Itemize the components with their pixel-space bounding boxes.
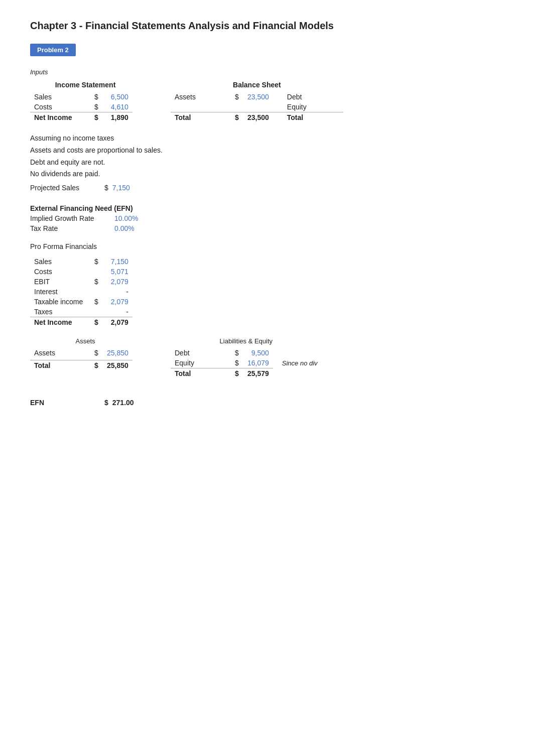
income-statement-header: Income Statement <box>30 81 141 89</box>
pf-debt-value: 9,500 <box>243 348 273 358</box>
table-row: Taxes - <box>30 307 132 317</box>
pf-assets-section: Assets Assets $ 25,850 Total $ 25,850 <box>30 337 141 379</box>
balance-total-value: 23,500 <box>243 112 273 123</box>
pf-liab-total-value: 25,579 <box>243 368 273 379</box>
pf-taxes-label: Taxes <box>30 307 90 317</box>
tax-rate-row: Tax Rate 0.00% <box>30 224 503 232</box>
table-row: Costs $ 4,610 <box>30 102 132 112</box>
net-income-value: 1,890 <box>102 112 132 123</box>
balance-sheet: Balance Sheet Assets $ 23,500 Debt Equit… <box>171 81 343 122</box>
net-income-row: Net Income $ 1,890 <box>30 112 132 123</box>
tax-rate-value: 0.00% <box>114 224 135 232</box>
pf-net-income-row: Net Income $ 2,079 <box>30 317 132 327</box>
efn-final-row: EFN $ 271.00 <box>30 399 503 407</box>
efn-final-dollar: $ <box>104 399 108 407</box>
balance-total-dollar: $ <box>231 112 243 123</box>
pf-liab-total-row: Total $ 25,579 <box>171 368 322 379</box>
pf-assets-total-row: Total $ 25,850 <box>30 360 132 370</box>
efn-section: External Financing Need (EFN) Implied Gr… <box>30 204 503 232</box>
sales-label: Sales <box>30 92 90 102</box>
pf-assets-total-dollar: $ <box>90 360 102 370</box>
assumption-3: Debt and equity are not. <box>30 157 503 169</box>
pf-assets-header: Assets <box>30 337 141 345</box>
projected-sales-value: 7,150 <box>112 182 130 194</box>
net-income-dollar: $ <box>90 112 102 123</box>
pf-net-income-dollar: $ <box>90 317 102 327</box>
assets-dollar: $ <box>231 92 243 102</box>
assumption-4: No dividends are paid. <box>30 168 503 180</box>
table-row: Sales $ 7,150 <box>30 257 132 267</box>
income-statement: Income Statement Sales $ 6,500 Costs $ 4… <box>30 81 141 122</box>
balance-total-row: Total $ 23,500 Total <box>171 112 343 123</box>
pf-net-income-label: Net Income <box>30 317 90 327</box>
assumption-1: Assuming no income taxes <box>30 133 503 145</box>
pf-sales-value: 7,150 <box>102 257 132 267</box>
pf-costs-label: Costs <box>30 267 90 277</box>
pf-interest-label: Interest <box>30 287 90 297</box>
pf-taxable-dollar: $ <box>90 297 102 307</box>
pf-taxable-label: Taxable income <box>30 297 90 307</box>
projected-sales-row: Projected Sales $ 7,150 <box>30 182 503 194</box>
assumptions-block: Assuming no income taxes Assets and cost… <box>30 133 503 194</box>
pf-assets-total-label: Total <box>30 360 90 370</box>
since-no-div-note: Since no div <box>282 359 318 367</box>
pf-equity-label: Equity <box>171 358 231 368</box>
pf-equity-value: 16,079 <box>243 358 273 368</box>
pf-costs-value: 5,071 <box>102 267 132 277</box>
table-row: Equity $ 16,079 Since no div <box>171 358 322 368</box>
pf-interest-value: - <box>102 287 132 297</box>
implied-growth-label: Implied Growth Rate <box>30 214 110 222</box>
equity-label: Equity <box>283 102 343 112</box>
pro-forma-balance: Assets Assets $ 25,850 Total $ 25,850 Li… <box>30 337 503 379</box>
pf-assets-label: Assets <box>30 348 90 358</box>
pf-sales-dollar: $ <box>90 257 102 267</box>
pf-debt-label: Debt <box>171 348 231 358</box>
pf-assets-total-value: 25,850 <box>102 360 132 370</box>
pf-debt-dollar: $ <box>231 348 243 358</box>
costs-value: 4,610 <box>102 102 132 112</box>
pf-sales-label: Sales <box>30 257 90 267</box>
assumption-2: Assets and costs are proportional to sal… <box>30 145 503 157</box>
inputs-label: Inputs <box>30 68 503 76</box>
pf-taxes-dollar <box>90 307 102 317</box>
costs-dollar: $ <box>90 102 102 112</box>
assets-label: Assets <box>171 92 231 102</box>
pf-ebit-dollar: $ <box>90 277 102 287</box>
table-row: EBIT $ 2,079 <box>30 277 132 287</box>
problem-badge: Problem 2 <box>30 44 76 56</box>
costs-label: Costs <box>30 102 90 112</box>
pro-forma-label: Pro Forma Financials <box>30 242 503 250</box>
debt-label: Debt <box>283 92 343 102</box>
table-row: Assets $ 25,850 <box>30 348 132 358</box>
table-row: Equity <box>171 102 343 112</box>
net-income-label: Net Income <box>30 112 90 123</box>
balance-total-right-label: Total <box>283 112 343 123</box>
table-row: Interest - <box>30 287 132 297</box>
pf-assets-dollar: $ <box>90 348 102 358</box>
sales-value: 6,500 <box>102 92 132 102</box>
table-row: Costs 5,071 <box>30 267 132 277</box>
pf-ebit-label: EBIT <box>30 277 90 287</box>
pf-liab-section: Liabilities & Equity Debt $ 9,500 Equity… <box>171 337 322 379</box>
efn-final-label: EFN <box>30 399 100 407</box>
pf-costs-dollar <box>90 267 102 277</box>
sales-dollar: $ <box>90 92 102 102</box>
pro-forma-income-table: Sales $ 7,150 Costs 5,071 EBIT $ 2,079 I… <box>30 257 132 327</box>
projected-sales-label: Projected Sales <box>30 182 100 194</box>
pf-taxable-value: 2,079 <box>102 297 132 307</box>
efn-title: External Financing Need (EFN) <box>30 204 503 212</box>
page-title: Chapter 3 - Financial Statements Analysi… <box>30 20 503 32</box>
pf-net-income-value: 2,079 <box>102 317 132 327</box>
table-row: Debt $ 9,500 <box>171 348 322 358</box>
efn-final-value: 271.00 <box>112 399 134 407</box>
table-row: Assets $ 23,500 Debt <box>171 92 343 102</box>
implied-growth-row: Implied Growth Rate 10.00% <box>30 214 503 222</box>
pf-equity-dollar: $ <box>231 358 243 368</box>
balance-total-label: Total <box>171 112 231 123</box>
pf-interest-dollar <box>90 287 102 297</box>
pf-assets-value: 25,850 <box>102 348 132 358</box>
table-row: Taxable income $ 2,079 <box>30 297 132 307</box>
implied-growth-value: 10.00% <box>114 214 138 222</box>
assets-value: 23,500 <box>243 92 273 102</box>
pf-ebit-value: 2,079 <box>102 277 132 287</box>
